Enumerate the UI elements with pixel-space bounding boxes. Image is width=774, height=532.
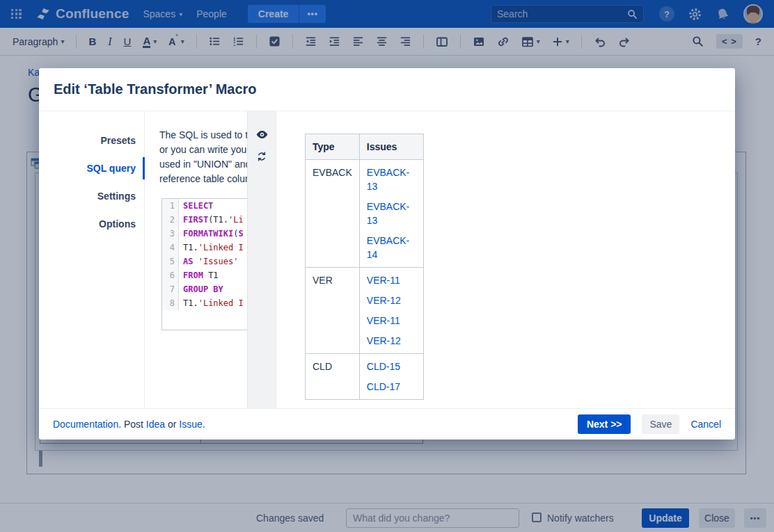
code-line[interactable]: 7GROUP BY (162, 282, 247, 296)
issue-link[interactable]: VER-11 (367, 314, 416, 328)
save-button[interactable]: Save (642, 414, 679, 434)
type-cell: CLD (306, 354, 360, 400)
description-line: The SQL is used to tra (159, 128, 247, 143)
code-line[interactable]: 8T1.'Linked I (162, 296, 247, 310)
cancel-button[interactable]: Cancel (690, 419, 721, 430)
code-line[interactable]: 4T1.'Linked I (162, 241, 247, 255)
dialog-header: Edit ‘Table Transformer’ Macro (39, 68, 735, 111)
issue-link[interactable]: EVBACK-13 (367, 166, 416, 193)
idea-link[interactable]: Idea (146, 419, 165, 430)
type-cell: VER (306, 268, 360, 354)
refresh-icon[interactable] (255, 150, 268, 163)
dialog-title: Edit ‘Table Transformer’ Macro (54, 81, 257, 97)
preview-toolbar-strip (247, 111, 276, 408)
sql-description: The SQL is used to traor you can write y… (159, 128, 247, 186)
code-line[interactable]: 5AS 'Issues' (162, 255, 247, 268)
result-table-header: Type (306, 134, 360, 160)
line-number: 2 (162, 213, 179, 227)
issue-link[interactable]: VER-12 (367, 293, 416, 307)
footer-text: or (165, 419, 179, 430)
documentation-link[interactable]: Documentation (53, 419, 118, 430)
sql-code-editor[interactable]: 1SELECT2FIRST(T1.'Li3FORMATWIKI(S4T1.'Li… (161, 198, 247, 330)
issues-cell: VER-11VER-12VER-11VER-12 (359, 268, 423, 354)
macro-tab-settings[interactable]: Settings (39, 182, 144, 210)
footer-help-links: Documentation. Post Idea or Issue. (53, 419, 205, 430)
footer-text: . (203, 419, 205, 430)
code-line[interactable]: 6FROM T1 (162, 268, 247, 282)
issue-link[interactable]: EVBACK-13 (367, 200, 416, 227)
description-line: reference table colum (159, 172, 247, 186)
sql-description-column: The SQL is used to traor you can write y… (145, 111, 247, 408)
table-row: VERVER-11VER-12VER-11VER-12 (306, 268, 424, 354)
result-preview-pane: TypeIssues EVBACKEVBACK-13EVBACK-13EVBAC… (276, 111, 735, 408)
issue-link[interactable]: EVBACK-14 (367, 234, 416, 261)
code-line[interactable]: 2FIRST(T1.'Li (162, 213, 247, 227)
line-number: 3 (162, 227, 179, 241)
dialog-body: PresetsSQL querySettingsOptions The SQL … (39, 111, 735, 408)
code-line[interactable]: 3FORMATWIKI(S (162, 227, 247, 241)
macro-tab-options[interactable]: Options (39, 210, 144, 238)
line-number: 1 (162, 199, 179, 213)
description-line: used in "UNION" and (159, 157, 247, 172)
macro-tab-sql-query[interactable]: SQL query (39, 154, 144, 182)
macro-dialog-tabs: PresetsSQL querySettingsOptions (39, 111, 145, 408)
issue-link[interactable]: VER-11 (367, 273, 416, 287)
type-cell: EVBACK (306, 160, 360, 268)
issue-link[interactable]: CLD-15 (367, 360, 416, 373)
table-row: EVBACKEVBACK-13EVBACK-13EVBACK-14 (306, 160, 424, 268)
issues-cell: EVBACK-13EVBACK-13EVBACK-14 (359, 160, 423, 268)
macro-tab-presets[interactable]: Presets (39, 127, 144, 154)
description-line: or you can write your (159, 143, 247, 157)
code-line[interactable]: 1SELECT (162, 199, 247, 213)
next-button[interactable]: Next >> (578, 414, 631, 434)
result-table: TypeIssues EVBACKEVBACK-13EVBACK-13EVBAC… (305, 134, 424, 400)
line-number: 8 (162, 296, 179, 310)
table-row: CLDCLD-15CLD-17 (306, 354, 424, 400)
line-number: 7 (162, 282, 179, 296)
footer-text: . Post (118, 419, 146, 430)
issue-link[interactable]: Issue (179, 419, 202, 430)
issue-link[interactable]: VER-12 (367, 334, 416, 348)
line-number: 6 (162, 268, 179, 282)
issues-cell: CLD-15CLD-17 (359, 354, 423, 400)
line-number: 4 (162, 241, 179, 255)
dialog-footer: Documentation. Post Idea or Issue. Next … (39, 408, 735, 440)
issue-link[interactable]: CLD-17 (367, 380, 416, 394)
line-number: 5 (162, 255, 179, 268)
table-transformer-macro-dialog: Edit ‘Table Transformer’ Macro PresetsSQ… (39, 68, 735, 440)
result-table-header: Issues (359, 134, 423, 160)
preview-eye-icon[interactable] (255, 128, 269, 141)
